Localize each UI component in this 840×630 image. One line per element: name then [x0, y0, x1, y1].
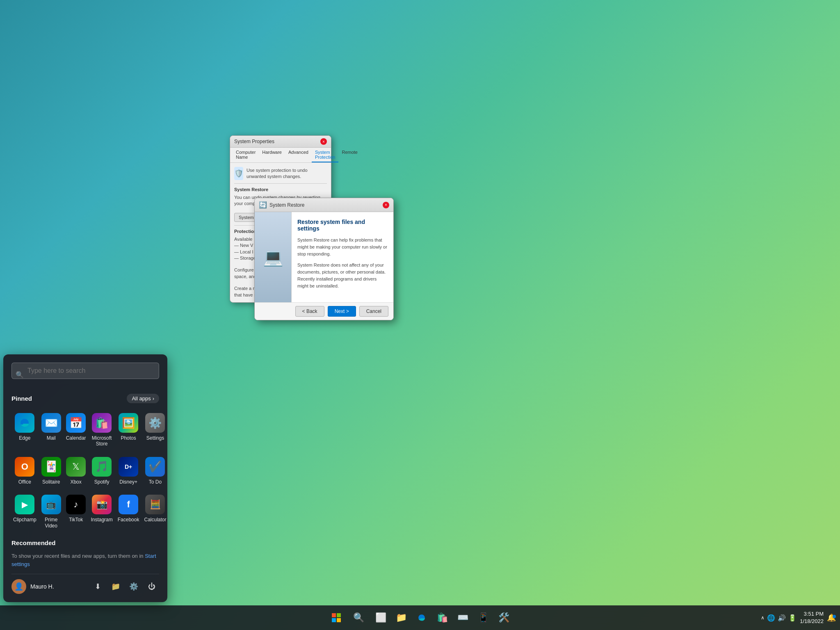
office-icon: O [15, 457, 34, 477]
calendar-icon: 📅 [66, 413, 86, 433]
system-restore-close-button[interactable]: × [383, 202, 389, 208]
disney-plus-label: Disney+ [119, 479, 137, 485]
app-settings[interactable]: ⚙️ Settings [142, 409, 168, 451]
protection-row: 🛡️ Use system protection to undo unwante… [234, 167, 327, 180]
file-explorer-button[interactable]: 📁 [108, 579, 123, 594]
app-microsoft-store[interactable]: 🛍️ Microsoft Store [89, 409, 114, 451]
search-input[interactable] [11, 363, 159, 379]
instagram-label: Instagram [91, 517, 112, 523]
tab-remote[interactable]: Remote [338, 148, 361, 162]
app-todo[interactable]: ✔️ To Do [142, 453, 168, 489]
app-calculator[interactable]: 🧮 Calculator [142, 491, 168, 533]
settings-footer-button[interactable]: ⚙️ [126, 579, 141, 594]
system-properties-close-button[interactable]: × [320, 138, 327, 145]
office-label: Office [18, 479, 31, 485]
app-calendar[interactable]: 📅 Calendar [64, 409, 88, 451]
downloads-button[interactable]: ⬇ [90, 579, 105, 594]
app-edge[interactable]: Edge [11, 409, 38, 451]
microsoft-store-label: Microsoft Store [91, 435, 112, 447]
app-prime-video[interactable]: 📺 Prime Video [40, 491, 63, 533]
clipchamp-icon: ▶ [15, 495, 34, 514]
all-apps-button[interactable]: All apps › [127, 394, 159, 403]
facebook-label: Facebook [118, 517, 139, 523]
battery-icon[interactable]: 🔋 [788, 614, 797, 622]
win-logo-cell-4 [337, 618, 341, 622]
todo-icon: ✔️ [145, 457, 165, 477]
app-spotify[interactable]: 🎵 Spotify [89, 453, 114, 489]
taskbar-terminal-button[interactable]: ⌨️ [454, 609, 472, 627]
separator-1 [234, 183, 327, 184]
system-properties-title: System Properties [234, 139, 274, 144]
app-instagram[interactable]: 📸 Instagram [89, 491, 114, 533]
app-clipchamp[interactable]: ▶ Clipchamp [11, 491, 38, 533]
network-icon[interactable]: 🌐 [767, 614, 775, 622]
microsoft-store-icon: 🛍️ [92, 413, 112, 433]
facebook-icon: f [119, 495, 138, 514]
mail-label: Mail [47, 435, 56, 441]
tiktok-label: TikTok [69, 517, 83, 523]
user-info[interactable]: 👤 Mauro H. [11, 579, 54, 594]
calculator-icon: 🧮 [145, 495, 165, 514]
restore-title-icon: 🔄 [259, 201, 267, 209]
taskbar-store-button[interactable]: 🛍️ [433, 609, 451, 627]
clock[interactable]: 3:51 PM 1/18/2022 [800, 610, 824, 625]
calculator-label: Calculator [144, 517, 166, 523]
xbox-icon: 𝕏 [66, 457, 86, 477]
spotify-icon: 🎵 [92, 457, 112, 477]
app-xbox[interactable]: 𝕏 Xbox [64, 453, 88, 489]
restore-back-button[interactable]: < Back [295, 306, 324, 317]
pinned-section-header: Pinned All apps › [11, 394, 159, 403]
mail-icon: ✉️ [41, 413, 61, 433]
win-logo-cell-3 [332, 618, 336, 622]
taskbar-edge-button[interactable] [413, 609, 431, 627]
system-restore-titlebar: 🔄 System Restore × [255, 198, 393, 212]
tab-hardware[interactable]: Hardware [259, 148, 285, 162]
taskbar-center: 🔍 ⬜ 📁 🛍️ ⌨️ 📱 🛠️ [327, 609, 513, 627]
systray-expand-icon[interactable]: ∧ [761, 615, 765, 621]
tab-advanced[interactable]: Advanced [285, 148, 312, 162]
start-button[interactable] [327, 609, 345, 627]
app-mail[interactable]: ✉️ Mail [40, 409, 63, 451]
tab-system-protection[interactable]: System Protection [312, 148, 339, 162]
recommended-section: Recommended To show your recent files an… [11, 539, 159, 568]
recommended-header: Recommended [11, 539, 159, 546]
system-properties-tabs: Computer Name Hardware Advanced System P… [230, 148, 331, 163]
power-button[interactable]: ⏻ [144, 579, 159, 594]
volume-icon[interactable]: 🔊 [778, 614, 786, 622]
task-view-button[interactable]: ⬜ [372, 609, 390, 627]
photos-label: Photos [121, 435, 136, 441]
edge-icon [15, 413, 34, 433]
settings-label: Settings [146, 435, 164, 441]
start-menu-footer: 👤 Mauro H. ⬇ 📁 ⚙️ ⏻ [11, 574, 159, 594]
app-solitaire[interactable]: 🃏 Solitaire [40, 453, 63, 489]
all-apps-label: All apps [132, 395, 151, 402]
notification-area[interactable]: 🔔 [827, 613, 836, 622]
protection-description: Use system protection to undo unwanted s… [247, 167, 327, 180]
taskbar-file-explorer-button[interactable]: 📁 [392, 609, 410, 627]
search-wrapper: 🔍 [11, 363, 159, 386]
taskbar-search-button[interactable]: 🔍 [348, 609, 369, 627]
restore-next-button[interactable]: Next > [328, 306, 356, 317]
calendar-label: Calendar [66, 435, 86, 441]
pinned-label: Pinned [11, 395, 32, 402]
app-disney-plus[interactable]: D+ Disney+ [116, 453, 141, 489]
todo-label: To Do [149, 479, 162, 485]
taskbar-dev-button[interactable]: 🛠️ [495, 609, 513, 627]
solitaire-label: Solitaire [42, 479, 60, 485]
app-tiktok[interactable]: ♪ TikTok [64, 491, 88, 533]
tiktok-icon: ♪ [66, 495, 86, 514]
win-logo-cell-1 [332, 613, 336, 617]
edge-label: Edge [19, 435, 30, 441]
system-restore-title-label: System Restore [269, 202, 304, 208]
taskbar: 🔍 ⬜ 📁 🛍️ ⌨️ 📱 🛠️ ∧ 🌐 🔊 [0, 605, 840, 630]
user-name: Mauro H. [30, 583, 54, 590]
notification-badge [833, 615, 836, 618]
app-facebook[interactable]: f Facebook [116, 491, 141, 533]
app-photos[interactable]: 🖼️ Photos [116, 409, 141, 451]
app-office[interactable]: O Office [11, 453, 38, 489]
settings-icon: ⚙️ [145, 413, 165, 433]
taskbar-phone-link-button[interactable]: 📱 [474, 609, 492, 627]
desktop: System Properties × Computer Name Hardwa… [0, 0, 840, 630]
tab-computer-name[interactable]: Computer Name [233, 148, 259, 162]
restore-cancel-button[interactable]: Cancel [359, 306, 388, 317]
